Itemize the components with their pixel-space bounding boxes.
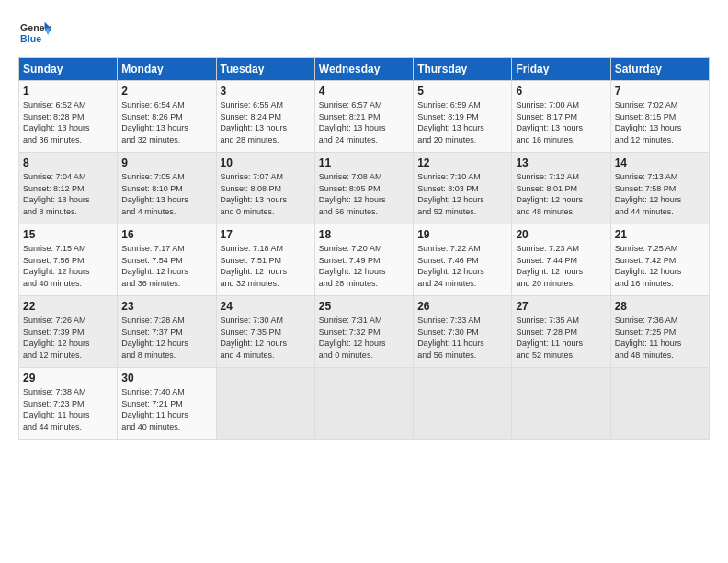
day-number: 29 <box>23 372 113 385</box>
week-row-4: 22Sunrise: 7:26 AM Sunset: 7:39 PM Dayli… <box>19 296 710 368</box>
day-cell: 18Sunrise: 7:20 AM Sunset: 7:49 PM Dayli… <box>314 224 413 296</box>
day-cell: 8Sunrise: 7:04 AM Sunset: 8:12 PM Daylig… <box>19 153 118 224</box>
calendar-table: SundayMondayTuesdayWednesdayThursdayFrid… <box>18 57 710 440</box>
logo-icon: General Blue <box>18 20 51 48</box>
day-number: 16 <box>121 228 211 241</box>
col-header-sunday: Sunday <box>19 58 118 81</box>
day-cell: 13Sunrise: 7:12 AM Sunset: 8:01 PM Dayli… <box>512 153 610 224</box>
day-number: 8 <box>23 156 113 169</box>
day-info: Sunrise: 7:31 AM Sunset: 7:32 PM Dayligh… <box>319 315 409 361</box>
day-cell <box>216 368 314 440</box>
week-row-3: 15Sunrise: 7:15 AM Sunset: 7:56 PM Dayli… <box>19 224 710 296</box>
day-number: 11 <box>319 156 409 169</box>
header: General Blue <box>18 15 710 48</box>
day-cell: 23Sunrise: 7:28 AM Sunset: 7:37 PM Dayli… <box>118 296 216 368</box>
day-cell: 5Sunrise: 6:59 AM Sunset: 8:19 PM Daylig… <box>414 81 512 153</box>
day-info: Sunrise: 7:17 AM Sunset: 7:54 PM Dayligh… <box>121 243 211 289</box>
col-header-tuesday: Tuesday <box>216 58 314 81</box>
day-cell <box>314 368 413 440</box>
day-info: Sunrise: 7:22 AM Sunset: 7:46 PM Dayligh… <box>417 243 507 289</box>
day-info: Sunrise: 7:28 AM Sunset: 7:37 PM Dayligh… <box>121 315 211 361</box>
day-cell <box>610 368 709 440</box>
week-row-5: 29Sunrise: 7:38 AM Sunset: 7:23 PM Dayli… <box>19 368 710 440</box>
day-info: Sunrise: 7:04 AM Sunset: 8:12 PM Dayligh… <box>23 171 113 217</box>
day-info: Sunrise: 7:10 AM Sunset: 8:03 PM Dayligh… <box>417 171 507 217</box>
day-info: Sunrise: 7:35 AM Sunset: 7:28 PM Dayligh… <box>516 315 606 361</box>
day-number: 23 <box>121 300 211 313</box>
day-info: Sunrise: 7:02 AM Sunset: 8:15 PM Dayligh… <box>615 99 705 145</box>
week-row-2: 8Sunrise: 7:04 AM Sunset: 8:12 PM Daylig… <box>19 153 710 224</box>
day-info: Sunrise: 7:33 AM Sunset: 7:30 PM Dayligh… <box>417 315 507 361</box>
day-cell: 9Sunrise: 7:05 AM Sunset: 8:10 PM Daylig… <box>118 153 216 224</box>
day-number: 30 <box>121 372 211 385</box>
day-cell: 4Sunrise: 6:57 AM Sunset: 8:21 PM Daylig… <box>314 81 413 153</box>
col-header-wednesday: Wednesday <box>314 58 413 81</box>
day-number: 13 <box>516 156 606 169</box>
day-info: Sunrise: 7:08 AM Sunset: 8:05 PM Dayligh… <box>319 171 409 217</box>
day-info: Sunrise: 7:15 AM Sunset: 7:56 PM Dayligh… <box>23 243 113 289</box>
day-info: Sunrise: 7:12 AM Sunset: 8:01 PM Dayligh… <box>516 171 606 217</box>
day-info: Sunrise: 6:54 AM Sunset: 8:26 PM Dayligh… <box>121 99 211 145</box>
day-number: 5 <box>417 85 507 98</box>
day-number: 1 <box>23 85 113 98</box>
day-number: 2 <box>121 85 211 98</box>
day-info: Sunrise: 7:30 AM Sunset: 7:35 PM Dayligh… <box>221 315 311 361</box>
day-number: 4 <box>319 85 409 98</box>
day-number: 14 <box>615 156 705 169</box>
day-number: 10 <box>221 156 311 169</box>
col-header-thursday: Thursday <box>414 58 512 81</box>
day-cell: 22Sunrise: 7:26 AM Sunset: 7:39 PM Dayli… <box>19 296 118 368</box>
day-info: Sunrise: 7:23 AM Sunset: 7:44 PM Dayligh… <box>516 243 606 289</box>
day-cell: 10Sunrise: 7:07 AM Sunset: 8:08 PM Dayli… <box>216 153 314 224</box>
day-number: 17 <box>221 228 311 241</box>
day-cell <box>512 368 610 440</box>
header-row: SundayMondayTuesdayWednesdayThursdayFrid… <box>19 58 710 81</box>
day-info: Sunrise: 6:59 AM Sunset: 8:19 PM Dayligh… <box>417 99 507 145</box>
day-cell: 29Sunrise: 7:38 AM Sunset: 7:23 PM Dayli… <box>19 368 118 440</box>
day-cell: 6Sunrise: 7:00 AM Sunset: 8:17 PM Daylig… <box>512 81 610 153</box>
day-cell: 17Sunrise: 7:18 AM Sunset: 7:51 PM Dayli… <box>216 224 314 296</box>
day-info: Sunrise: 6:55 AM Sunset: 8:24 PM Dayligh… <box>221 99 311 145</box>
day-cell: 25Sunrise: 7:31 AM Sunset: 7:32 PM Dayli… <box>314 296 413 368</box>
day-cell: 3Sunrise: 6:55 AM Sunset: 8:24 PM Daylig… <box>216 81 314 153</box>
day-info: Sunrise: 7:18 AM Sunset: 7:51 PM Dayligh… <box>221 243 311 289</box>
day-number: 28 <box>615 300 705 313</box>
day-info: Sunrise: 6:52 AM Sunset: 8:28 PM Dayligh… <box>23 99 113 145</box>
day-cell: 16Sunrise: 7:17 AM Sunset: 7:54 PM Dayli… <box>118 224 216 296</box>
week-row-1: 1Sunrise: 6:52 AM Sunset: 8:28 PM Daylig… <box>19 81 710 153</box>
day-info: Sunrise: 7:26 AM Sunset: 7:39 PM Dayligh… <box>23 315 113 361</box>
day-cell: 28Sunrise: 7:36 AM Sunset: 7:25 PM Dayli… <box>610 296 709 368</box>
day-cell: 24Sunrise: 7:30 AM Sunset: 7:35 PM Dayli… <box>216 296 314 368</box>
day-info: Sunrise: 7:00 AM Sunset: 8:17 PM Dayligh… <box>516 99 606 145</box>
day-info: Sunrise: 7:36 AM Sunset: 7:25 PM Dayligh… <box>615 315 705 361</box>
day-number: 15 <box>23 228 113 241</box>
col-header-saturday: Saturday <box>610 58 709 81</box>
day-cell: 20Sunrise: 7:23 AM Sunset: 7:44 PM Dayli… <box>512 224 610 296</box>
day-info: Sunrise: 7:25 AM Sunset: 7:42 PM Dayligh… <box>615 243 705 289</box>
day-info: Sunrise: 6:57 AM Sunset: 8:21 PM Dayligh… <box>319 99 409 145</box>
day-number: 27 <box>516 300 606 313</box>
day-info: Sunrise: 7:20 AM Sunset: 7:49 PM Dayligh… <box>319 243 409 289</box>
day-number: 21 <box>615 228 705 241</box>
day-number: 7 <box>615 85 705 98</box>
day-number: 3 <box>221 85 311 98</box>
logo: General Blue <box>18 20 51 48</box>
svg-text:Blue: Blue <box>20 33 41 44</box>
day-cell: 19Sunrise: 7:22 AM Sunset: 7:46 PM Dayli… <box>414 224 512 296</box>
day-number: 24 <box>221 300 311 313</box>
day-number: 25 <box>319 300 409 313</box>
day-number: 26 <box>417 300 507 313</box>
page: General Blue SundayMondayTuesdayWednesda… <box>0 0 728 449</box>
day-cell: 21Sunrise: 7:25 AM Sunset: 7:42 PM Dayli… <box>610 224 709 296</box>
day-cell: 12Sunrise: 7:10 AM Sunset: 8:03 PM Dayli… <box>414 153 512 224</box>
day-number: 12 <box>417 156 507 169</box>
day-info: Sunrise: 7:40 AM Sunset: 7:21 PM Dayligh… <box>121 386 211 432</box>
day-number: 6 <box>516 85 606 98</box>
day-number: 9 <box>121 156 211 169</box>
day-info: Sunrise: 7:05 AM Sunset: 8:10 PM Dayligh… <box>121 171 211 217</box>
day-info: Sunrise: 7:38 AM Sunset: 7:23 PM Dayligh… <box>23 386 113 432</box>
day-cell: 15Sunrise: 7:15 AM Sunset: 7:56 PM Dayli… <box>19 224 118 296</box>
col-header-friday: Friday <box>512 58 610 81</box>
day-number: 19 <box>417 228 507 241</box>
day-cell <box>414 368 512 440</box>
